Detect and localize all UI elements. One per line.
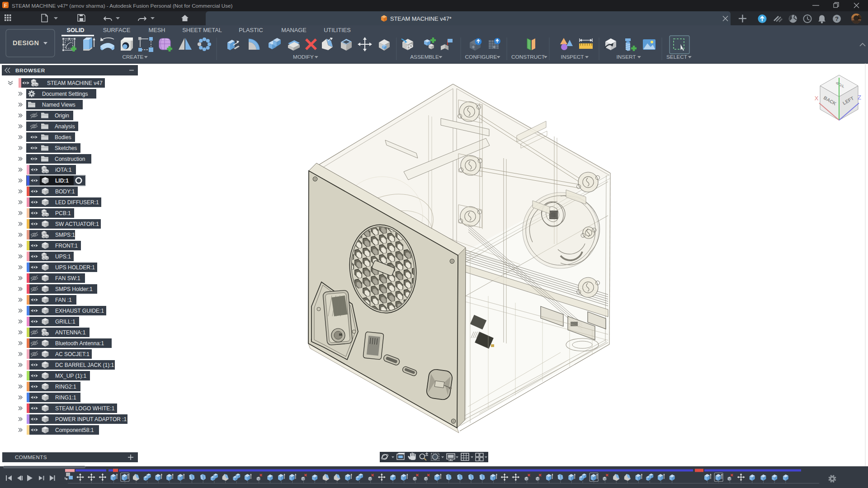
svg-text:Construction: Construction bbox=[55, 156, 85, 162]
svg-text:POWER INPUT ADAPTOR :1: POWER INPUT ADAPTOR :1 bbox=[55, 416, 127, 422]
svg-text:SURFACE: SURFACE bbox=[103, 27, 130, 33]
svg-text:MX_UP (1):1: MX_UP (1):1 bbox=[55, 373, 86, 379]
svg-text:AC SOCJET:1: AC SOCJET:1 bbox=[55, 351, 90, 357]
svg-text:RING1:1: RING1:1 bbox=[55, 394, 76, 401]
svg-text:ANTENNA:1: ANTENNA:1 bbox=[55, 329, 86, 336]
svg-text:iOTA:1: iOTA:1 bbox=[55, 167, 72, 173]
svg-text:Document Settings: Document Settings bbox=[42, 91, 88, 97]
svg-text:LED DIFFUSER:1: LED DIFFUSER:1 bbox=[55, 199, 99, 206]
svg-text:DC BARREL JACK (1):1: DC BARREL JACK (1):1 bbox=[55, 362, 114, 368]
svg-text:MANAGE: MANAGE bbox=[281, 27, 306, 33]
svg-text:SMPS:1: SMPS:1 bbox=[55, 232, 75, 238]
svg-text:DESIGN: DESIGN bbox=[13, 39, 39, 47]
svg-text:Z: Z bbox=[858, 94, 861, 101]
svg-text:PLASTIC: PLASTIC bbox=[239, 27, 263, 33]
svg-text:STEAM MACHINE v47* (arnov shar: STEAM MACHINE v47* (arnov sharma) - Auto… bbox=[12, 3, 233, 9]
svg-text:UPS HOLDER:1: UPS HOLDER:1 bbox=[55, 264, 95, 271]
svg-text:STEAM MACHINE v47*: STEAM MACHINE v47* bbox=[390, 15, 452, 22]
svg-text:Named Views: Named Views bbox=[42, 102, 75, 108]
svg-text:SOLID: SOLID bbox=[66, 27, 84, 33]
svg-text:COMMENTS: COMMENTS bbox=[15, 454, 47, 460]
svg-text:Origin: Origin bbox=[55, 113, 69, 119]
svg-text:INSERT: INSERT bbox=[616, 54, 636, 60]
svg-text:CREATE: CREATE bbox=[123, 54, 144, 60]
svg-text:FAN :1: FAN :1 bbox=[55, 297, 72, 303]
svg-text:UPS:1: UPS:1 bbox=[55, 253, 71, 260]
svg-text:?: ? bbox=[835, 15, 839, 22]
svg-text:RING2:1: RING2:1 bbox=[55, 384, 76, 390]
svg-text:Bodies: Bodies bbox=[55, 134, 71, 141]
svg-text:X: X bbox=[815, 95, 819, 102]
svg-text:STEAM LOGO WHITE:1: STEAM LOGO WHITE:1 bbox=[55, 405, 115, 412]
svg-text:PCB:1: PCB:1 bbox=[55, 210, 71, 216]
svg-text:CONFIGURE: CONFIGURE bbox=[465, 54, 497, 60]
svg-text:SW ACTUATOR:1: SW ACTUATOR:1 bbox=[55, 221, 99, 227]
svg-text:FAN SW:1: FAN SW:1 bbox=[55, 275, 80, 282]
svg-text:GRILL:1: GRILL:1 bbox=[55, 319, 75, 325]
svg-text:STEAM MACHINE v47: STEAM MACHINE v47 bbox=[47, 80, 103, 86]
svg-text:Component58:1: Component58:1 bbox=[55, 427, 94, 433]
svg-text:BROWSER: BROWSER bbox=[15, 67, 45, 74]
svg-text:MODIFY: MODIFY bbox=[293, 54, 314, 60]
svg-text:MESH: MESH bbox=[149, 27, 165, 33]
svg-text:BODY:1: BODY:1 bbox=[55, 188, 75, 195]
svg-text:SMPS Holder:1: SMPS Holder:1 bbox=[55, 286, 93, 292]
svg-text:F: F bbox=[4, 3, 7, 8]
svg-text:LID:1: LID:1 bbox=[55, 178, 69, 184]
svg-text:SELECT: SELECT bbox=[666, 54, 687, 60]
svg-text:EXHAUST GUIDE:1: EXHAUST GUIDE:1 bbox=[55, 308, 104, 314]
svg-text:UTILITIES: UTILITIES bbox=[324, 27, 351, 33]
svg-text:Sketches: Sketches bbox=[55, 145, 77, 151]
svg-text:ASSEMBLE: ASSEMBLE bbox=[410, 54, 439, 60]
svg-text:CONSTRUCT: CONSTRUCT bbox=[511, 54, 545, 60]
svg-text:FRONT:1: FRONT:1 bbox=[55, 243, 78, 249]
svg-text:Bluetooth Antenna:1: Bluetooth Antenna:1 bbox=[55, 340, 104, 347]
svg-text:INSPECT: INSPECT bbox=[561, 54, 584, 60]
svg-text:Analysis: Analysis bbox=[55, 123, 75, 130]
svg-text:SHEET METAL: SHEET METAL bbox=[182, 27, 222, 33]
